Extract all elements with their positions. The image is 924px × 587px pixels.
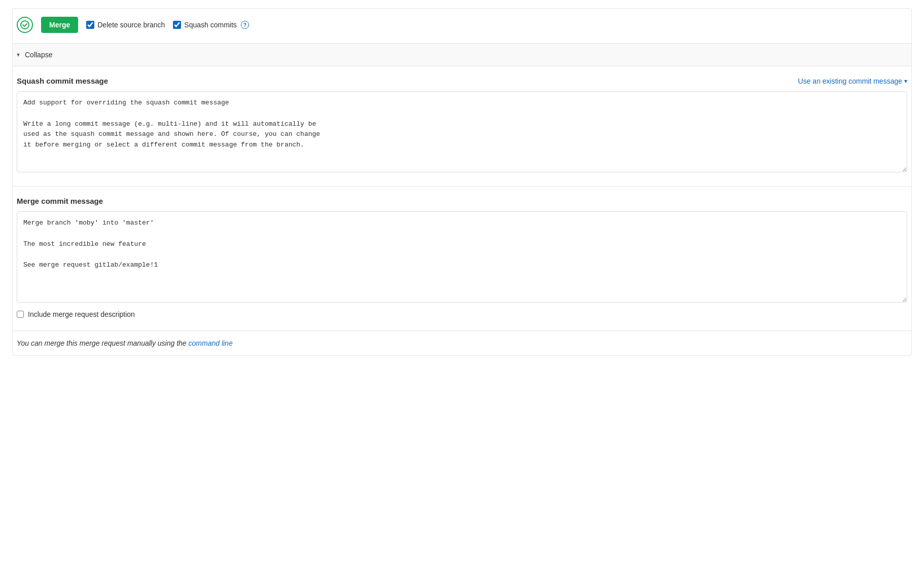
footer-note: You can merge this merge request manuall… [13, 331, 911, 355]
squash-commit-textarea[interactable] [17, 91, 907, 172]
squash-commits-label: Squash commits [184, 21, 236, 29]
include-description-row: Include merge request description [17, 310, 907, 318]
command-line-link[interactable]: command line [189, 339, 233, 347]
squash-section-title: Squash commit message [17, 77, 108, 85]
squash-commits-group[interactable]: Squash commits ? [173, 21, 248, 29]
merge-action-bar: Merge Delete source branch Squash commit… [13, 9, 911, 44]
delete-source-branch-label: Delete source branch [97, 21, 165, 29]
squash-commits-checkbox[interactable] [173, 21, 181, 29]
merge-section-title: Merge commit message [17, 197, 103, 205]
merge-button[interactable]: Merge [41, 17, 78, 33]
merge-commit-textarea[interactable] [17, 211, 907, 303]
delete-source-branch-checkbox[interactable] [86, 21, 94, 29]
squash-commits-help-icon[interactable]: ? [241, 21, 249, 29]
use-existing-commit-label: Use an existing commit message [798, 77, 902, 85]
page-wrapper: Merge Delete source branch Squash commit… [0, 0, 924, 364]
check-status-icon [17, 17, 33, 33]
merge-section-header: Merge commit message [17, 197, 907, 205]
collapse-arrow-icon: ▾ [17, 51, 20, 58]
include-description-checkbox[interactable] [17, 311, 24, 318]
include-description-label: Include merge request description [28, 310, 135, 318]
collapse-label: Collapse [25, 51, 52, 59]
squash-section-header: Squash commit message Use an existing co… [17, 77, 907, 85]
use-existing-commit-link[interactable]: Use an existing commit message ▾ [798, 77, 907, 85]
use-existing-chevron-icon: ▾ [904, 78, 907, 85]
svg-point-0 [21, 21, 29, 29]
merge-panel: Merge Delete source branch Squash commit… [12, 8, 912, 356]
footer-text-before: You can merge this merge request manuall… [17, 339, 189, 347]
collapse-bar[interactable]: ▾ Collapse [13, 44, 911, 66]
delete-source-branch-group[interactable]: Delete source branch [86, 21, 165, 29]
squash-commit-section: Squash commit message Use an existing co… [13, 66, 911, 187]
merge-commit-section: Merge commit message Include merge reque… [13, 187, 911, 331]
